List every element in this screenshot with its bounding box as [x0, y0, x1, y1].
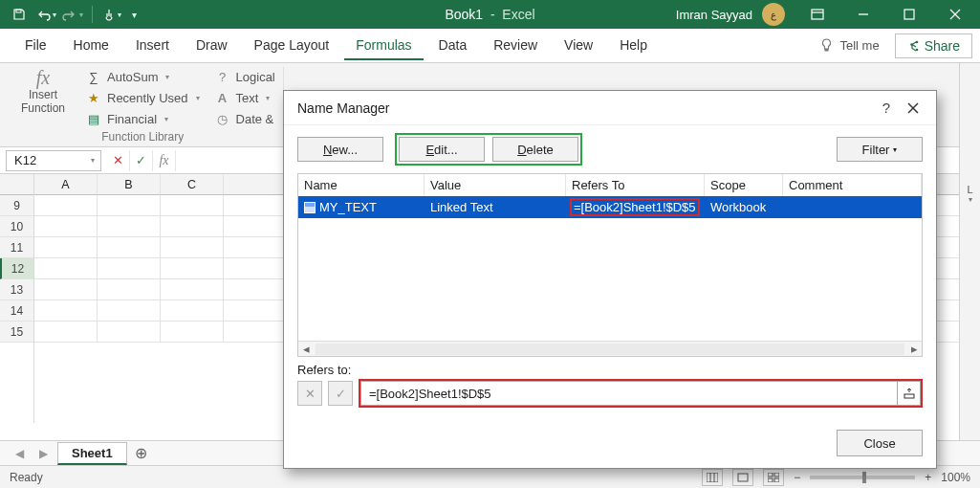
- cell[interactable]: [34, 300, 98, 322]
- maximize-icon[interactable]: [888, 0, 930, 29]
- row-header[interactable]: 15: [0, 322, 33, 343]
- cell[interactable]: [98, 237, 161, 258]
- hscroll-right-icon[interactable]: ▸: [906, 342, 922, 356]
- col-header-scope[interactable]: Scope: [705, 174, 783, 196]
- view-normal-icon[interactable]: [702, 469, 723, 486]
- refers-accept-icon[interactable]: ✓: [328, 381, 353, 406]
- collapse-dialog-icon[interactable]: [898, 381, 921, 406]
- hscroll-left-icon[interactable]: ◂: [298, 342, 314, 356]
- cell[interactable]: [98, 322, 161, 343]
- close-icon[interactable]: [934, 0, 976, 29]
- col-header-name[interactable]: Name: [298, 174, 425, 196]
- refers-to-input[interactable]: =[Book2]Sheet1!$D$5: [360, 381, 898, 406]
- cell[interactable]: [161, 258, 224, 279]
- cell[interactable]: [98, 300, 161, 322]
- sheet-tab-active[interactable]: Sheet1: [57, 442, 127, 465]
- col-header[interactable]: A: [34, 174, 98, 195]
- row-header[interactable]: 13: [0, 279, 33, 300]
- save-icon[interactable]: [8, 3, 31, 26]
- col-header-refers[interactable]: Refers To: [566, 174, 705, 196]
- tab-draw[interactable]: Draw: [185, 32, 239, 60]
- tab-help[interactable]: Help: [608, 32, 659, 60]
- tell-me[interactable]: Tell me: [819, 38, 879, 53]
- col-header-comment[interactable]: Comment: [783, 174, 922, 196]
- close-button[interactable]: Close: [837, 430, 923, 456]
- row-header[interactable]: 11: [0, 237, 33, 258]
- edit-name-button[interactable]: Edit...: [399, 137, 485, 162]
- tab-data[interactable]: Data: [427, 32, 479, 60]
- zoom-slider[interactable]: [810, 476, 915, 479]
- row-header[interactable]: 10: [0, 216, 33, 237]
- cell[interactable]: [161, 216, 224, 237]
- cell[interactable]: [34, 279, 98, 300]
- autosum-button[interactable]: ∑AutoSum▾: [86, 67, 200, 86]
- select-all-corner[interactable]: [0, 174, 33, 195]
- svg-rect-0: [16, 10, 21, 12]
- tab-insert[interactable]: Insert: [124, 32, 181, 60]
- col-header[interactable]: B: [98, 174, 161, 195]
- cell[interactable]: [34, 322, 98, 343]
- tab-formulas[interactable]: Formulas: [344, 32, 423, 60]
- redo-icon[interactable]: ▾: [61, 3, 84, 26]
- cell[interactable]: [98, 258, 161, 279]
- cell[interactable]: [34, 195, 98, 216]
- financial-button[interactable]: ▤Financial▾: [86, 109, 200, 128]
- qat-customize-icon[interactable]: ▾: [127, 3, 141, 26]
- dialog-help-icon[interactable]: ?: [873, 100, 900, 116]
- cancel-formula-icon[interactable]: ✕: [107, 150, 130, 171]
- filter-button[interactable]: Filter▾: [837, 137, 923, 162]
- view-page-layout-icon[interactable]: [732, 469, 753, 486]
- cell[interactable]: [161, 300, 224, 322]
- cell[interactable]: [161, 237, 224, 258]
- date-time-button[interactable]: ◷Date &: [215, 109, 275, 128]
- cell[interactable]: [34, 216, 98, 237]
- cell[interactable]: [98, 195, 161, 216]
- row-header[interactable]: 14: [0, 300, 33, 322]
- share-button[interactable]: Share: [895, 33, 972, 58]
- accept-formula-icon[interactable]: ✓: [130, 150, 153, 171]
- cell[interactable]: [98, 279, 161, 300]
- dialog-close-icon[interactable]: [900, 95, 926, 122]
- minimize-icon[interactable]: [842, 0, 884, 29]
- new-name-button[interactable]: New...: [297, 137, 383, 162]
- zoom-in-icon[interactable]: +: [925, 471, 931, 484]
- row-header[interactable]: 9: [0, 195, 33, 216]
- name-box[interactable]: K12 ▾: [6, 150, 101, 171]
- col-header-value[interactable]: Value: [425, 174, 566, 196]
- text-button[interactable]: AText▾: [215, 88, 275, 107]
- tab-review[interactable]: Review: [482, 32, 549, 60]
- col-header-right[interactable]: L: [967, 178, 972, 195]
- svg-rect-17: [774, 478, 779, 482]
- name-row-selected[interactable]: MY_TEXT Linked Text =[Book2]Sheet1!$D$5 …: [298, 196, 922, 218]
- cell[interactable]: [98, 216, 161, 237]
- cell[interactable]: [34, 258, 98, 279]
- cell[interactable]: [161, 322, 224, 343]
- zoom-level[interactable]: 100%: [941, 471, 970, 484]
- tab-file[interactable]: File: [13, 32, 58, 60]
- tab-home[interactable]: Home: [62, 32, 120, 60]
- col-header[interactable]: C: [161, 174, 224, 195]
- touch-mode-icon[interactable]: ▾: [100, 3, 123, 26]
- tab-page-layout[interactable]: Page Layout: [243, 32, 341, 60]
- user-avatar[interactable]: ع: [762, 3, 785, 26]
- cell[interactable]: [161, 279, 224, 300]
- logical-button[interactable]: ?Logical: [215, 67, 275, 86]
- cell[interactable]: [161, 195, 224, 216]
- view-page-break-icon[interactable]: [763, 469, 784, 486]
- insert-function-button[interactable]: fx Insert Function: [15, 67, 71, 116]
- undo-icon[interactable]: ▾: [34, 3, 57, 26]
- add-sheet-button[interactable]: ⊕: [131, 443, 152, 464]
- zoom-out-icon[interactable]: −: [794, 471, 800, 484]
- tab-view[interactable]: View: [553, 32, 604, 60]
- recently-used-button[interactable]: ★Recently Used▾: [86, 88, 200, 107]
- fx-button-icon[interactable]: fx: [153, 150, 176, 171]
- text-icon: A: [215, 90, 230, 105]
- refers-cancel-icon[interactable]: ✕: [297, 381, 322, 406]
- sheet-nav-prev-icon[interactable]: ◀: [10, 447, 30, 460]
- cell[interactable]: [34, 237, 98, 258]
- names-hscrollbar[interactable]: ◂ ▸: [298, 341, 922, 356]
- ribbon-display-icon[interactable]: [796, 0, 838, 29]
- sheet-nav-next-icon[interactable]: ▶: [33, 447, 54, 460]
- row-header[interactable]: 12: [0, 258, 33, 279]
- delete-name-button[interactable]: Delete: [492, 137, 578, 162]
